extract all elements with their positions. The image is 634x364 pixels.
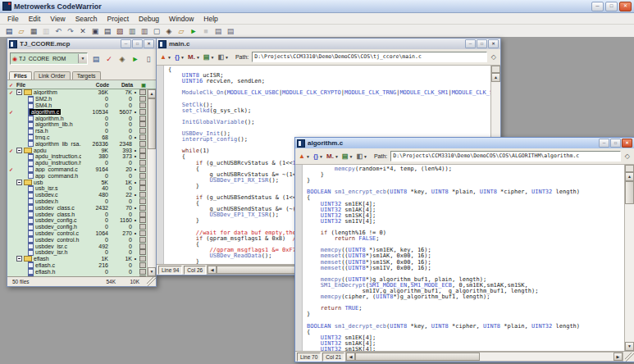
scrollbar-thumb[interactable] [148, 98, 156, 149]
file-popup-icon[interactable] [139, 256, 146, 262]
file-name[interactable]: usbdev_control.h [35, 237, 79, 243]
file-row-usbdev_config.c[interactable]: usbdev_config.c01160• [7, 217, 147, 224]
algorithm-minimize-button[interactable] [599, 139, 609, 148]
vcs-status-icon[interactable]: ◇ [491, 53, 496, 61]
source-file-icon[interactable]: ▤ [213, 26, 223, 36]
tab-link-order[interactable]: Link Order [34, 71, 71, 80]
file-popup-icon[interactable] [139, 121, 146, 127]
file-popup-icon[interactable] [139, 217, 146, 223]
dropdown-caret-icon[interactable] [196, 55, 200, 60]
file-popup-icon[interactable] [139, 128, 146, 134]
file-name[interactable]: algorithm.h [35, 116, 64, 121]
file-popup-icon[interactable] [139, 148, 146, 153]
file-row-app_command.c[interactable]: ✓app_command.c916420• [7, 166, 147, 173]
code-editor[interactable]: memcpy(random+i*4, temp, (len%4)); } } B… [303, 165, 624, 351]
path-field[interactable]: D:\Projects\CCM3310\Demo\DemoCOS\COS\tj_… [252, 52, 487, 62]
scroll-left-icon[interactable] [346, 353, 355, 361]
file-row-eflash.c[interactable]: eflash.c2160 [7, 262, 147, 269]
file-popup-icon[interactable] [139, 185, 146, 191]
file-name[interactable]: usbdev_isr.c [35, 243, 67, 249]
print-icon[interactable]: ▥ [41, 26, 51, 36]
undo-icon[interactable]: ↶ [53, 26, 63, 36]
file-popup-icon[interactable] [139, 116, 146, 121]
dropdown-caret-icon[interactable] [319, 154, 323, 159]
file-name[interactable]: rsa.h [35, 128, 48, 134]
minimize-button[interactable] [591, 2, 604, 11]
file-name[interactable]: algorithm_lib_rsa... [35, 141, 81, 147]
file-popup-icon[interactable] [139, 134, 146, 140]
file-popup-icon[interactable] [139, 249, 146, 255]
file-name[interactable]: usbdev.h [35, 198, 58, 204]
file-row-usb[interactable]: usb5K1K• [7, 179, 147, 185]
file-row-app_command.h[interactable]: app_command.h00 [7, 172, 147, 179]
collapse-icon[interactable] [16, 148, 22, 153]
file-row-usbdev_isr.c[interactable]: usbdev_isr.c4920 [7, 243, 147, 249]
file-column-header[interactable]: File [15, 82, 82, 88]
new-file-icon[interactable]: ▤ [4, 26, 14, 36]
breakpoint-gutter[interactable] [295, 165, 303, 351]
file-row-SM4.h[interactable]: SM4.h00 [7, 102, 147, 109]
algorithm-editor-titlebar[interactable]: algorithm.c [295, 138, 634, 148]
build-check-icon[interactable]: ✓ [7, 89, 15, 95]
dropdown-caret-icon[interactable] [167, 55, 171, 60]
file-row-usb_isr.s[interactable]: usb_isr.s400 [7, 185, 147, 192]
file-popup-icon[interactable] [139, 160, 146, 166]
debug-icon[interactable]: ▯ [144, 54, 153, 64]
build-check-icon[interactable]: ✓ [7, 109, 15, 115]
file-popup-icon[interactable] [139, 192, 146, 198]
file-popup-icon[interactable] [139, 89, 146, 95]
readonly-popup-icon[interactable]: ◧ [217, 52, 231, 62]
file-row-usbdev_control.c[interactable]: usbdev_control.c1064270• [7, 230, 147, 237]
dropdown-caret-icon[interactable] [306, 154, 310, 159]
compile-icon[interactable]: ◈ [164, 26, 174, 36]
run-icon[interactable]: ► [189, 26, 198, 36]
build-check-icon[interactable]: ✓ [7, 148, 15, 153]
collapse-icon[interactable] [16, 180, 22, 185]
build-check-icon[interactable]: ✓ [7, 166, 15, 172]
target-dropdown-arrow-icon[interactable] [78, 54, 87, 63]
dropdown-caret-icon[interactable] [180, 55, 185, 60]
file-name[interactable]: usb [34, 180, 43, 185]
menu-window[interactable]: Window [164, 15, 198, 23]
tab-files[interactable]: Files [9, 71, 32, 80]
file-row-eflash.h[interactable]: eflash.h00 [7, 268, 147, 275]
check-column-header[interactable]: ✓ [7, 82, 15, 88]
algorithm-editor-scrollbar[interactable] [624, 165, 634, 351]
collapse-icon[interactable] [16, 89, 22, 95]
project-maximize-button[interactable] [132, 39, 143, 48]
markers-popup-icon[interactable]: M. [326, 152, 341, 162]
copy-icon[interactable]: ▣ [90, 26, 100, 36]
scroll-up-icon[interactable] [491, 73, 500, 82]
dropdown-caret-icon[interactable] [335, 154, 339, 159]
file-name[interactable]: apdu [34, 148, 47, 153]
menu-help[interactable]: Help [198, 15, 222, 23]
documents-popup-icon[interactable]: ▤ [203, 52, 217, 62]
file-name[interactable]: algorithm_lib.h [35, 121, 73, 127]
menu-view[interactable]: View [45, 15, 70, 23]
bring-up-to-date-icon[interactable]: ▱ [176, 26, 186, 36]
file-row-usbdev_isr.h[interactable]: usbdev_isr.h00 [7, 249, 147, 256]
file-name[interactable]: usbdev_isr.h [35, 249, 67, 255]
header-file-icon[interactable]: ▤ [226, 26, 235, 36]
file-popup-icon[interactable] [139, 212, 146, 217]
scroll-right-icon[interactable] [613, 353, 623, 361]
menu-file[interactable]: File [2, 15, 24, 23]
file-row-apdu_instruction.h[interactable]: apdu_instruction.h00 [7, 160, 147, 166]
file-row-algorithm.h[interactable]: algorithm.h00 [7, 115, 147, 121]
file-name[interactable]: algorithm.c [31, 109, 59, 115]
file-name[interactable]: usbdev_config.c [35, 217, 77, 223]
resize-grip[interactable] [625, 353, 634, 362]
scrollbar-thumb[interactable] [625, 181, 634, 204]
maximize-button[interactable] [605, 2, 618, 11]
delete-icon[interactable]: ▧ [115, 26, 125, 36]
scrollbar-thumb[interactable] [355, 353, 480, 361]
find-next-icon[interactable]: ▥ [139, 26, 149, 36]
file-name[interactable]: eflash.c [35, 262, 55, 268]
file-popup-icon[interactable] [139, 198, 146, 204]
file-name[interactable]: usbdev.c [35, 192, 58, 198]
target-selector[interactable]: ◉ TJ_CCORE_ROM [10, 52, 88, 65]
file-row-usbdev.h[interactable]: usbdev.h00 [7, 198, 147, 205]
file-row-usbdev_config.h[interactable]: usbdev_config.h00 [7, 224, 147, 230]
braces-popup-icon[interactable]: {} [174, 52, 187, 62]
scroll-down-icon[interactable] [625, 342, 634, 351]
